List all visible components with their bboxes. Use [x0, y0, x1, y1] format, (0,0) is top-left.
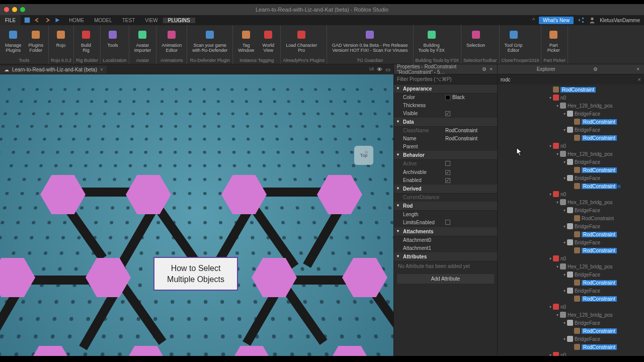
tree-arrow-icon[interactable]: ▾ — [562, 224, 567, 229]
ribbon-tag-window[interactable]: TagWindow — [235, 27, 257, 57]
prop-visible[interactable]: Visible — [394, 110, 497, 118]
hex-object[interactable] — [327, 346, 372, 356]
ribbon-plugins-folder[interactable]: PluginsFolder — [26, 27, 47, 57]
tree-arrow-icon[interactable]: ▾ — [562, 208, 567, 213]
tree-item-rodconstraint[interactable]: RodConstraint — [498, 214, 644, 222]
tree-arrow-icon[interactable]: ▾ — [562, 160, 567, 164]
ribbon-selection[interactable]: Selection — [463, 27, 488, 57]
prop-value[interactable] — [445, 177, 493, 183]
tree-arrow-icon[interactable]: ▾ — [562, 337, 567, 341]
prop-section-derived[interactable]: Derived — [394, 185, 497, 194]
ui-toggle-icon[interactable]: UI — [369, 66, 374, 73]
prop-section-attachments[interactable]: Attachments — [394, 227, 497, 236]
ribbon-rojo[interactable]: Rojo — [51, 27, 71, 57]
menu-view[interactable]: VIEW — [140, 18, 163, 23]
explorer-search[interactable]: × — [498, 74, 644, 84]
undo-icon[interactable] — [34, 17, 41, 24]
ribbon-part-picker[interactable]: PartPicker — [543, 27, 564, 57]
tree-item-rodconstraint[interactable]: RodConstraint ⊕ — [498, 182, 644, 190]
hex-object[interactable] — [0, 258, 35, 297]
document-tab[interactable]: ☁ Learn-to-Read-with-Liz-and-Kat (beta) … — [0, 66, 108, 73]
hex-object[interactable] — [126, 175, 171, 214]
hex-object[interactable] — [123, 346, 169, 356]
prop-value[interactable] — [445, 245, 493, 251]
viewport-3d[interactable]: Top How to Select Multiple Objects — [0, 74, 393, 356]
tree-item-hex-128-bridg-pos[interactable]: ▾Hex_128_bridg_pos — [498, 198, 644, 206]
tree-arrow-icon[interactable]: ▾ — [548, 144, 553, 148]
menu-model[interactable]: MODEL — [89, 18, 117, 23]
tree-item-rodconstraint[interactable]: RodConstraint — [498, 85, 644, 94]
tree-arrow-icon[interactable]: ▾ — [548, 353, 553, 356]
tree-arrow-icon[interactable]: ▾ — [562, 128, 567, 132]
tree-item-bridgeface[interactable]: ▾BridgeFace — [498, 270, 644, 279]
close-panel-icon[interactable]: × — [635, 66, 641, 72]
tree-arrow-icon[interactable]: ▾ — [555, 200, 560, 205]
tree-item-rodconstraint[interactable]: RodConstraint — [498, 246, 644, 254]
prop-section-behavior[interactable]: Behavior — [394, 151, 497, 160]
tree-item-rodconstraint[interactable]: RodConstraint — [498, 295, 644, 303]
tree-item-n0[interactable]: ▾n0 — [498, 94, 644, 102]
tree-item-bridgeface[interactable]: ▾BridgeFace — [498, 238, 644, 246]
tree-item-bridgeface[interactable]: ▾BridgeFace — [498, 174, 644, 182]
prop-length[interactable]: Length — [394, 211, 497, 219]
visibility-icon[interactable]: 👁 — [377, 66, 382, 73]
play-icon[interactable] — [54, 17, 61, 24]
tree-arrow-icon[interactable]: ▾ — [548, 96, 553, 100]
hex-object[interactable] — [252, 258, 297, 297]
tree-item-rodconstraint[interactable]: RodConstraint — [498, 327, 644, 335]
tree-item-hex-128-bridg-pos[interactable]: ▾Hex_128_bridg_pos — [498, 102, 644, 110]
tree-item-bridgeface[interactable]: ▾BridgeFace — [498, 287, 644, 295]
tree-item-rodconstraint[interactable]: RodConstraint — [498, 343, 644, 351]
whats-new-button[interactable]: What's New — [539, 17, 574, 24]
panel-menu-icon[interactable]: ⚙ — [592, 66, 599, 72]
view-orientation[interactable]: Top — [354, 146, 373, 165]
prop-value[interactable] — [445, 237, 493, 243]
username[interactable]: KletusVanDamme — [600, 18, 640, 23]
tree-item-bridgeface[interactable]: ▾BridgeFace — [498, 335, 644, 343]
add-child-icon[interactable]: ⊕ — [617, 184, 621, 189]
tree-item-n0[interactable]: ▾n0 — [498, 254, 644, 262]
tree-item-rodconstraint[interactable]: RodConstraint — [498, 230, 644, 238]
hex-object[interactable] — [28, 346, 73, 356]
prop-parent[interactable]: Parent — [394, 143, 497, 151]
tree-item-n0[interactable]: ▾n0 — [498, 190, 644, 198]
tree-item-n0[interactable]: ▾n0 — [498, 142, 644, 150]
tree-item-bridgeface[interactable]: ▾BridgeFace — [498, 319, 644, 327]
ribbon-scan-your-game-with-ro-defender[interactable]: Scan your gamewith Ro-Defender — [189, 27, 230, 57]
prop-value[interactable]: Black — [445, 95, 493, 100]
tree-arrow-icon[interactable]: ▾ — [562, 273, 567, 277]
tree-item-n0[interactable]: ▾n0 — [498, 303, 644, 311]
prop-value[interactable] — [445, 212, 493, 217]
tree-item-rodconstraint[interactable]: RodConstraint — [498, 118, 644, 126]
tree-item-bridgeface[interactable]: ▾BridgeFace — [498, 158, 644, 166]
close-panel-icon[interactable]: × — [488, 66, 494, 72]
prop-section-appearance[interactable]: Appearance — [394, 84, 497, 94]
menu-test[interactable]: TEST — [117, 18, 140, 23]
hex-object[interactable] — [229, 346, 274, 356]
file-menu[interactable]: FILE — [0, 15, 21, 25]
tree-item-rodconstraint[interactable]: RodConstraint — [498, 166, 644, 174]
device-icon[interactable]: ▭ — [385, 66, 390, 73]
tree-arrow-icon[interactable]: ▾ — [548, 256, 553, 261]
tree-item-bridgeface[interactable]: ▾BridgeFace — [498, 110, 644, 118]
tree-arrow-icon[interactable]: ▾ — [555, 264, 560, 269]
ribbon-tools[interactable]: Tools — [103, 27, 123, 57]
hex-object[interactable] — [40, 175, 86, 214]
ribbon-world-view[interactable]: WorldView — [258, 27, 278, 57]
prop-archivable[interactable]: Archivable — [394, 168, 497, 176]
tree-item-hex-128-bridg-pos[interactable]: ▾Hex_128_bridg_pos — [498, 311, 644, 319]
hex-object[interactable] — [342, 258, 387, 297]
prop-section-attributes[interactable]: Attributes — [394, 252, 497, 261]
tree-arrow-icon[interactable]: ▾ — [548, 305, 553, 309]
tree-arrow-icon[interactable]: ▾ — [555, 313, 560, 317]
prop-enabled[interactable]: Enabled — [394, 176, 497, 185]
hex-object[interactable] — [221, 175, 267, 214]
collapse-ribbon-icon[interactable]: ^ — [532, 17, 535, 23]
tree-item-hex-128-bridg-pos[interactable]: ▾Hex_128_bridg_pos — [498, 150, 644, 158]
ribbon-manage-plugins[interactable]: ManagePlugins — [2, 27, 25, 57]
tree-arrow-icon[interactable]: ▾ — [555, 104, 560, 108]
tree-item-bridgeface[interactable]: ▾BridgeFace — [498, 222, 644, 230]
prop-value[interactable] — [445, 220, 493, 226]
prop-section-data[interactable]: Data — [394, 118, 497, 127]
share-icon[interactable] — [578, 17, 585, 24]
